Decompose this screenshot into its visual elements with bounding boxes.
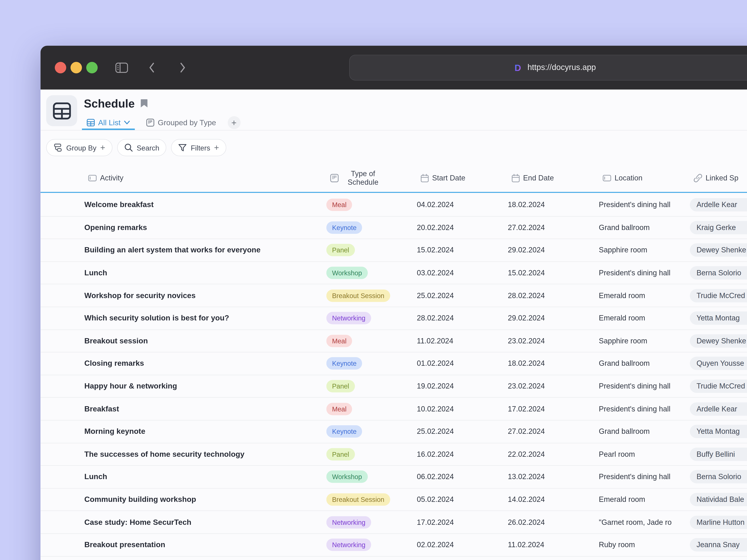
search-button[interactable]: Search <box>117 139 166 156</box>
table-row[interactable]: The successes of home security technolog… <box>41 443 747 466</box>
column-header-type-of-schedule[interactable]: Type of Schedule <box>330 169 384 187</box>
cell-linked-speaker[interactable]: Ardelle Kear <box>690 198 747 212</box>
table-row[interactable]: Welcome breakfast Meal 04.02.2024 18.02.… <box>41 194 747 217</box>
table-row[interactable]: Building an alert system that works for … <box>41 239 747 262</box>
bookmark-icon[interactable] <box>140 99 148 108</box>
maximize-window-button[interactable] <box>86 62 98 73</box>
plus-icon: + <box>214 142 219 153</box>
cell-start-date: 06.02.2024 <box>417 473 454 481</box>
cell-end-date: 18.02.2024 <box>508 201 545 209</box>
cell-activity: Happy hour & networking <box>84 382 177 391</box>
type-badge: Panel <box>327 448 355 460</box>
table-row[interactable]: Breakout presentation Networking 02.02.2… <box>41 534 747 557</box>
cell-linked-speaker[interactable]: Berna Solorio <box>690 266 747 279</box>
cell-location: Grand ballroom <box>599 223 687 232</box>
cell-activity: Welcome breakfast <box>84 201 153 209</box>
cell-linked-speaker[interactable]: Trudie McCred <box>690 379 747 393</box>
table-row[interactable]: Which security solution is best for you?… <box>41 307 747 330</box>
group-by-button[interactable]: Group By + <box>46 139 112 156</box>
cell-linked-speaker[interactable]: Natividad Bale <box>690 493 747 506</box>
plus-icon: + <box>100 142 105 153</box>
cell-location: Pearl room <box>599 450 687 458</box>
expand-icon[interactable] <box>153 99 161 108</box>
kanban-icon <box>146 118 154 127</box>
table-row[interactable]: Workshop for security novices Breakout S… <box>41 285 747 307</box>
cell-location: President's dining hall <box>599 473 687 481</box>
column-header-location[interactable]: Location <box>603 174 643 182</box>
cell-linked-speaker[interactable]: Buffy Bellini <box>690 448 747 461</box>
cell-end-date: 29.02.2024 <box>508 314 545 323</box>
cell-linked-speaker[interactable]: Dewey Shenke <box>690 244 747 257</box>
close-window-button[interactable] <box>55 62 66 73</box>
cell-linked-speaker[interactable]: Dewey Shenke <box>690 334 747 348</box>
forward-icon[interactable] <box>178 62 187 73</box>
type-badge: Keynote <box>327 425 362 438</box>
link-icon <box>694 174 702 182</box>
table-row[interactable]: Closing remarks Keynote 01.02.2024 18.02… <box>41 352 747 375</box>
filters-button[interactable]: Filters + <box>171 139 226 156</box>
cell-linked-speaker[interactable]: Quyen Yousse <box>690 357 747 370</box>
table-row[interactable]: Community building workshop Breakout Ses… <box>41 488 747 511</box>
tab-label: All List <box>98 118 121 127</box>
column-header-linked-speaker[interactable]: Linked Sp <box>694 174 739 182</box>
cell-activity: Morning keynote <box>84 427 145 436</box>
cell-linked-speaker[interactable]: Berna Solorio <box>690 470 747 484</box>
cell-linked-speaker[interactable]: Trudie McCred <box>690 289 747 302</box>
cell-start-date: 01.02.2024 <box>417 359 454 368</box>
cell-start-date: 19.02.2024 <box>417 382 454 391</box>
type-badge: Panel <box>327 380 355 392</box>
cell-end-date: 27.02.2024 <box>508 223 545 232</box>
filter-icon <box>178 143 187 152</box>
table-row[interactable]: Breakfast Meal 10.02.2024 17.02.2024 Pre… <box>41 398 747 421</box>
tab-all-list[interactable]: All List <box>82 115 135 130</box>
cell-linked-speaker[interactable]: Kraig Gerke <box>690 221 747 234</box>
cell-location: Grand ballroom <box>599 427 687 436</box>
cell-linked-speaker[interactable]: Yetta Montag <box>690 425 747 438</box>
cell-end-date: 14.02.2024 <box>508 495 545 504</box>
cell-end-date: 15.02.2024 <box>508 269 545 277</box>
minimize-window-button[interactable] <box>71 62 82 73</box>
table-row[interactable]: Morning keynote Keynote 25.02.2024 27.02… <box>41 420 747 443</box>
cell-location: Sapphire room <box>599 337 687 345</box>
column-header-activity[interactable]: Activity <box>88 174 123 182</box>
cell-linked-speaker[interactable]: Marline Hutton <box>690 515 747 529</box>
table-row[interactable]: Breakout session Meal 11.02.2024 23.02.2… <box>41 330 747 352</box>
cell-start-date: 10.02.2024 <box>417 405 454 413</box>
cell-linked-speaker[interactable]: Yetta Montag <box>690 312 747 325</box>
cell-start-date: 05.02.2024 <box>417 495 454 504</box>
cell-end-date: 22.02.2024 <box>508 450 545 458</box>
address-bar[interactable]: D https://docyrus.app <box>349 55 747 80</box>
table-row[interactable]: Lunch Workshop 03.02.2024 15.02.2024 Pre… <box>41 262 747 285</box>
group-by-label: Group By <box>66 143 96 152</box>
cell-linked-speaker[interactable]: Ardelle Kear <box>690 402 747 416</box>
table-row[interactable]: Afternoon keynote Breakout Session 27.02… <box>41 557 747 560</box>
tab-grouped-by-type[interactable]: Grouped by Type <box>141 115 221 130</box>
browser-titlebar: D https://docyrus.app <box>41 46 747 89</box>
cell-start-date: 25.02.2024 <box>417 427 454 436</box>
type-badge: Workshop <box>327 267 368 279</box>
column-header-start-date[interactable]: Start Date <box>420 174 465 182</box>
type-badge: Keynote <box>327 221 362 234</box>
column-header-end-date[interactable]: End Date <box>512 174 554 182</box>
cell-start-date: 03.02.2024 <box>417 269 454 277</box>
type-badge: Networking <box>327 312 371 324</box>
cell-location: President's dining hall <box>599 201 687 209</box>
list-grid-icon <box>87 118 95 127</box>
table-body: Welcome breakfast Meal 04.02.2024 18.02.… <box>41 194 747 560</box>
back-icon[interactable] <box>147 62 157 73</box>
table-row[interactable]: Case study: Home SecurTech Networking 17… <box>41 511 747 534</box>
search-icon <box>124 143 133 152</box>
table-row[interactable]: Opening remarks Keynote 20.02.2024 27.02… <box>41 216 747 239</box>
add-view-button[interactable]: + <box>228 116 240 129</box>
cell-end-date: 28.02.2024 <box>508 291 545 300</box>
kanban-icon <box>330 174 339 182</box>
cell-location: Emerald room <box>599 291 687 300</box>
type-badge: Workshop <box>327 471 368 483</box>
cell-activity: Breakfast <box>84 405 119 413</box>
cell-linked-speaker[interactable]: Jeanna Snay <box>690 538 747 552</box>
sidebar-toggle-icon[interactable] <box>115 62 128 73</box>
cell-start-date: 20.02.2024 <box>417 223 454 232</box>
table-row[interactable]: Lunch Workshop 06.02.2024 13.02.2024 Pre… <box>41 466 747 488</box>
cell-activity: Breakout session <box>84 337 148 345</box>
table-row[interactable]: Happy hour & networking Panel 19.02.2024… <box>41 375 747 398</box>
